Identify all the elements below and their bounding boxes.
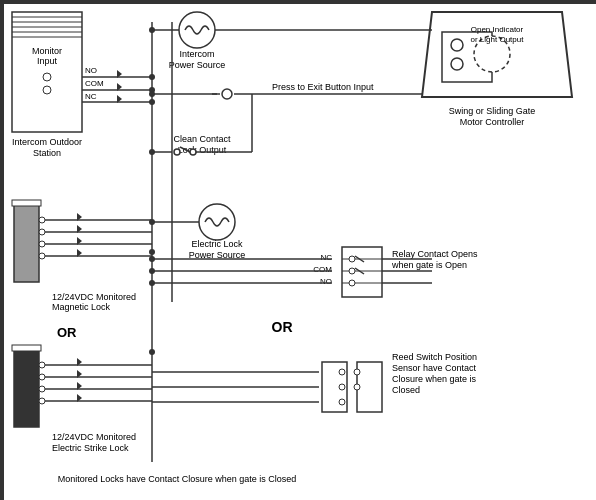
svg-point-107 [149, 268, 155, 274]
svg-point-74 [39, 362, 45, 368]
svg-text:Relay Contact Opens: Relay Contact Opens [392, 249, 478, 259]
svg-point-96 [349, 256, 355, 262]
svg-text:Swing or Sliding Gate: Swing or Sliding Gate [449, 106, 536, 116]
svg-text:Monitored Locks have Contact C: Monitored Locks have Contact Closure whe… [58, 474, 297, 484]
svg-point-97 [349, 268, 355, 274]
svg-text:Station: Station [33, 148, 61, 158]
svg-point-19 [179, 12, 215, 48]
svg-rect-73 [12, 345, 41, 351]
svg-point-116 [354, 384, 360, 390]
svg-point-125 [451, 39, 463, 51]
svg-text:Open Indicator: Open Indicator [471, 25, 524, 34]
svg-text:Closed: Closed [392, 385, 420, 395]
svg-point-98 [349, 280, 355, 286]
svg-text:Monitor: Monitor [32, 46, 62, 56]
svg-point-50 [199, 204, 235, 240]
svg-point-115 [354, 369, 360, 375]
svg-point-76 [39, 386, 45, 392]
svg-point-113 [339, 384, 345, 390]
svg-text:Intercom Outdoor: Intercom Outdoor [12, 137, 82, 147]
svg-point-30 [149, 27, 155, 33]
svg-point-136 [149, 91, 155, 97]
svg-point-36 [149, 349, 155, 355]
svg-text:Sensor have Contact: Sensor have Contact [392, 363, 477, 373]
svg-rect-111 [357, 362, 382, 412]
svg-text:or Light Output: or Light Output [471, 35, 525, 44]
svg-text:Input: Input [37, 56, 58, 66]
svg-text:Press to Exit Button Input: Press to Exit Button Input [272, 82, 374, 92]
svg-text:NC: NC [320, 253, 332, 262]
svg-text:COM: COM [85, 79, 104, 88]
svg-text:Motor Controller: Motor Controller [460, 117, 525, 127]
svg-rect-1 [12, 12, 82, 132]
svg-point-48 [190, 149, 196, 155]
svg-text:Closure when gate is: Closure when gate is [392, 374, 477, 384]
svg-point-57 [39, 217, 45, 223]
svg-point-77 [39, 398, 45, 404]
svg-text:Intercom: Intercom [179, 49, 214, 59]
svg-text:OR: OR [272, 319, 293, 335]
svg-rect-55 [14, 202, 39, 282]
svg-text:NO: NO [85, 66, 97, 75]
svg-point-59 [39, 241, 45, 247]
svg-point-22 [222, 89, 232, 99]
svg-point-108 [149, 280, 155, 286]
svg-rect-72 [14, 347, 39, 427]
svg-text:Electric Strike Lock: Electric Strike Lock [52, 443, 129, 453]
svg-text:Electric Lock: Electric Lock [191, 239, 243, 249]
svg-point-10 [43, 86, 51, 94]
svg-point-9 [43, 73, 51, 81]
svg-point-126 [451, 58, 463, 70]
svg-point-106 [149, 256, 155, 262]
svg-text:12/24VDC Monitored: 12/24VDC Monitored [52, 432, 136, 442]
svg-point-60 [39, 253, 45, 259]
svg-point-75 [39, 374, 45, 380]
svg-text:COM: COM [313, 265, 332, 274]
svg-text:NC: NC [85, 92, 97, 101]
svg-text:NO: NO [320, 277, 332, 286]
svg-text:Power Source: Power Source [169, 60, 226, 70]
svg-point-58 [39, 229, 45, 235]
svg-text:when gate is Open: when gate is Open [391, 260, 467, 270]
wiring-diagram: Monitor Input NO COM NC Intercom Outdoor… [0, 0, 596, 500]
svg-text:OR: OR [57, 325, 77, 340]
svg-text:Clean Contact: Clean Contact [173, 134, 231, 144]
svg-point-114 [339, 399, 345, 405]
svg-point-46 [174, 149, 180, 155]
svg-point-112 [339, 369, 345, 375]
svg-text:Magnetic Lock: Magnetic Lock [52, 302, 111, 312]
svg-text:12/24VDC Monitored: 12/24VDC Monitored [52, 292, 136, 302]
svg-text:Reed Switch Position: Reed Switch Position [392, 352, 477, 362]
svg-point-35 [149, 249, 155, 255]
svg-rect-56 [12, 200, 41, 206]
